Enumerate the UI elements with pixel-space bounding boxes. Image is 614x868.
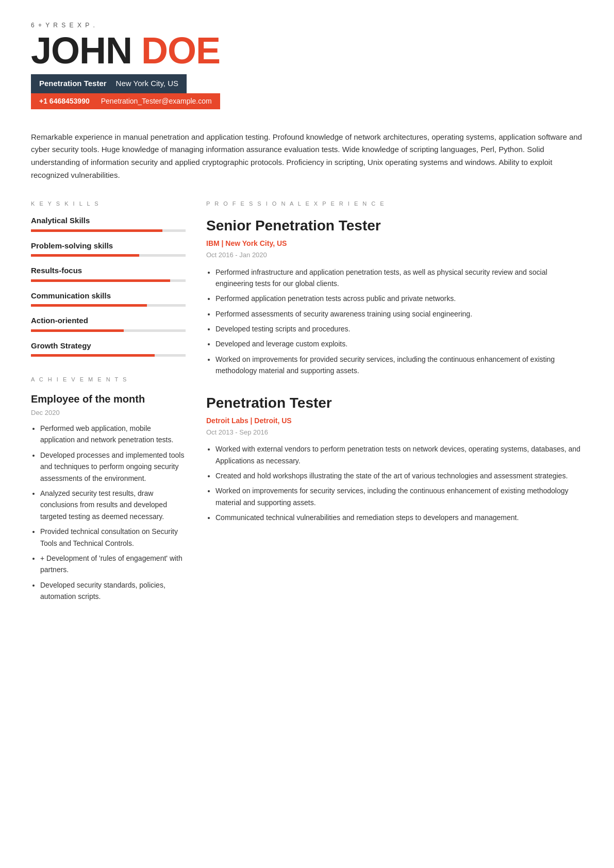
two-col-layout: K E Y S K I L L S Analytical Skills Prob… bbox=[31, 199, 583, 606]
skill-name: Results-focus bbox=[31, 265, 186, 277]
skill-name: Growth Strategy bbox=[31, 340, 186, 352]
skills-section-label: K E Y S K I L L S bbox=[31, 199, 186, 208]
skill-name: Problem-solving skills bbox=[31, 240, 186, 252]
skill-name: Action-oriented bbox=[31, 315, 186, 327]
experiences-container: Senior Penetration Tester IBM | New York… bbox=[206, 215, 583, 523]
skill-bar-bg bbox=[31, 329, 186, 332]
exp-bullet: Worked with external vendors to perform … bbox=[215, 443, 583, 466]
achievement-date: Dec 2020 bbox=[31, 408, 186, 418]
prof-exp-label: P R O F E S S I O N A L E X P E R I E N … bbox=[206, 199, 583, 208]
skill-bar-fill bbox=[31, 254, 139, 257]
skill-item: Results-focus bbox=[31, 265, 186, 282]
exp-bullet: Communicated technical vulnerabilities a… bbox=[215, 512, 583, 523]
name-row: JOHN DOE bbox=[31, 32, 583, 69]
skill-bar-fill bbox=[31, 304, 147, 307]
exp-bullet: Performed infrastructure and application… bbox=[215, 266, 583, 290]
skill-bar-fill bbox=[31, 229, 162, 232]
exp-block: Penetration Tester Detroit Labs | Detroi… bbox=[206, 392, 583, 524]
exp-company: Detroit Labs | Detroit, US bbox=[206, 415, 583, 426]
exp-bullet: Developed testing scripts and procedures… bbox=[215, 323, 583, 335]
skill-item: Problem-solving skills bbox=[31, 240, 186, 257]
exp-dates: Oct 2016 - Jan 2020 bbox=[206, 250, 583, 260]
contact-bar: +1 6468453990 Penetration_Tester@example… bbox=[31, 93, 220, 109]
skills-container: Analytical Skills Problem-solving skills… bbox=[31, 215, 186, 357]
right-column: P R O F E S S I O N A L E X P E R I E N … bbox=[206, 199, 583, 606]
skill-name: Communication skills bbox=[31, 290, 186, 302]
exp-dates: Oct 2013 - Sep 2016 bbox=[206, 427, 583, 438]
job-title: Penetration Tester bbox=[39, 78, 107, 90]
exp-bullet: Developed and leverage custom exploits. bbox=[215, 338, 583, 349]
exp-company: IBM | New York City, US bbox=[206, 238, 583, 249]
achievement-title: Employee of the month bbox=[31, 391, 186, 407]
exp-bullet: Created and hold workshops illustrating … bbox=[215, 470, 583, 481]
exp-bullet: Worked on improvements for security serv… bbox=[215, 485, 583, 508]
achievement-bullet: Performed web application, mobile applic… bbox=[40, 423, 186, 446]
skill-bar-fill bbox=[31, 279, 170, 282]
skill-bar-bg bbox=[31, 354, 186, 357]
achievement-bullet: + Development of 'rules of engagement' w… bbox=[40, 553, 186, 576]
skill-item: Growth Strategy bbox=[31, 340, 186, 357]
last-name: DOE bbox=[141, 32, 220, 69]
achievement-bullets: Performed web application, mobile applic… bbox=[31, 423, 186, 602]
skill-item: Action-oriented bbox=[31, 315, 186, 332]
phone: +1 6468453990 bbox=[39, 96, 90, 107]
left-column: K E Y S K I L L S Analytical Skills Prob… bbox=[31, 199, 186, 606]
achievement-bullet: Developed security standards, policies, … bbox=[40, 579, 186, 603]
email: Penetration_Tester@example.com bbox=[101, 96, 212, 107]
location: New York City, US bbox=[116, 78, 178, 90]
skill-item: Communication skills bbox=[31, 290, 186, 307]
skill-bar-fill bbox=[31, 329, 124, 332]
skill-bar-bg bbox=[31, 304, 186, 307]
page-container: 6 + Y R S E X P . JOHN DOE Penetration T… bbox=[31, 21, 583, 606]
exp-label: 6 + Y R S E X P . bbox=[31, 21, 583, 30]
summary: Remarkable experience in manual penetrat… bbox=[31, 131, 583, 182]
exp-block: Senior Penetration Tester IBM | New York… bbox=[206, 215, 583, 377]
skill-bar-bg bbox=[31, 229, 186, 232]
header-block: 6 + Y R S E X P . JOHN DOE Penetration T… bbox=[31, 21, 583, 120]
exp-title: Senior Penetration Tester bbox=[206, 215, 583, 237]
skill-item: Analytical Skills bbox=[31, 215, 186, 232]
exp-bullet: Performed assessments of security awaren… bbox=[215, 308, 583, 320]
exp-bullet: Worked on improvements for provided secu… bbox=[215, 354, 583, 377]
skill-bar-fill bbox=[31, 354, 155, 357]
skill-bar-bg bbox=[31, 254, 186, 257]
achievements-label: A C H I E V E M E N T S bbox=[31, 375, 186, 384]
achievements-section: A C H I E V E M E N T S Employee of the … bbox=[31, 375, 186, 602]
skill-bar-bg bbox=[31, 279, 186, 282]
exp-bullets: Performed infrastructure and application… bbox=[206, 266, 583, 377]
skill-name: Analytical Skills bbox=[31, 215, 186, 227]
exp-title: Penetration Tester bbox=[206, 392, 583, 414]
title-bar: Penetration Tester New York City, US bbox=[31, 74, 187, 93]
achievement-bullet: Developed processes and implemented tool… bbox=[40, 449, 186, 484]
achievement-bullet: Analyzed security test results, draw con… bbox=[40, 488, 186, 522]
first-name: JOHN bbox=[31, 32, 132, 69]
exp-bullet: Performed application penetration tests … bbox=[215, 293, 583, 304]
achievement-bullet: Provided technical consultation on Secur… bbox=[40, 526, 186, 549]
exp-bullets: Worked with external vendors to perform … bbox=[206, 443, 583, 523]
